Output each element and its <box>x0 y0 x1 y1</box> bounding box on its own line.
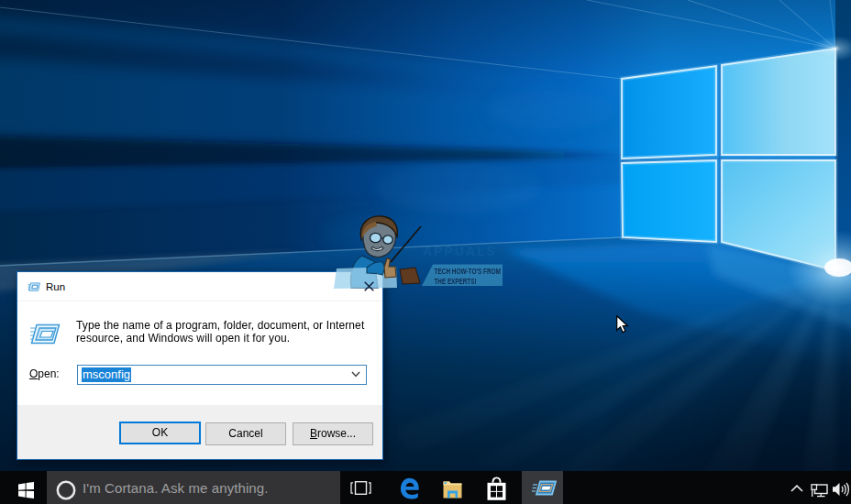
svg-text:THE EXPERTS!: THE EXPERTS! <box>435 278 477 286</box>
svg-text:TECH HOW-TO'S FROM: TECH HOW-TO'S FROM <box>435 268 502 276</box>
svg-text:APPUALS: APPUALS <box>423 244 497 258</box>
